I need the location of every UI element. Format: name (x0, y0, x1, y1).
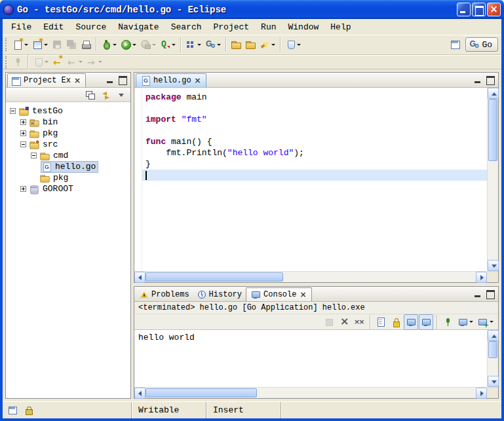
open-perspective-button[interactable] (448, 37, 463, 52)
pin-editor-button[interactable] (10, 56, 25, 68)
tab-hello-go[interactable]: hello.go × (136, 73, 206, 87)
fast-view-icon[interactable] (8, 405, 18, 416)
annotation-ruler[interactable] (134, 88, 142, 271)
remove-launch-button[interactable] (337, 314, 351, 330)
collapse-expander-icon[interactable] (20, 141, 26, 147)
menu-search[interactable]: Search (165, 21, 208, 33)
remove-all-launches-button[interactable] (352, 314, 366, 330)
view-maximize-button[interactable] (117, 75, 128, 85)
scroll-left-icon[interactable] (134, 388, 145, 399)
tree-item-src-pkg[interactable]: pkg (7, 172, 130, 183)
view-minimize-button[interactable] (104, 75, 116, 85)
tree-item-testgo[interactable]: testGo (7, 105, 130, 117)
collapse-expander-icon[interactable] (31, 153, 37, 158)
menu-edit[interactable]: Edit (37, 21, 69, 33)
close-icon[interactable]: × (299, 291, 307, 299)
scroll-right-icon[interactable] (476, 388, 487, 399)
tab-project-explorer[interactable]: Project Ex × (7, 73, 86, 87)
terminate-button[interactable] (322, 314, 336, 330)
scroll-up-icon[interactable] (488, 88, 499, 99)
tree-item-src[interactable]: src (7, 139, 130, 150)
toolbar-grip[interactable] (5, 38, 9, 51)
scroll-down-icon[interactable] (488, 376, 499, 387)
tab-problems[interactable]: Problems (136, 287, 193, 301)
collapse-expander-icon[interactable] (10, 108, 16, 114)
console-minimize-button[interactable] (472, 289, 484, 299)
menu-file[interactable]: File (5, 21, 37, 33)
new-go-file-button[interactable] (203, 37, 223, 52)
tree-item-hello-go[interactable]: hello.go (7, 161, 130, 172)
console-horizontal-scrollbar[interactable] (134, 388, 487, 398)
scroll-thumb[interactable] (488, 99, 497, 161)
scroll-thumb[interactable] (145, 388, 257, 397)
new-wizard-button[interactable] (10, 37, 30, 52)
print-button[interactable] (79, 37, 93, 52)
scroll-thumb[interactable] (145, 272, 283, 282)
title-bar[interactable]: Go - testGo/src/cmd/hello.go - Eclipse × (0, 0, 504, 19)
scroll-left-icon[interactable] (134, 272, 145, 283)
expand-expander-icon[interactable] (20, 130, 26, 136)
scroll-up-icon[interactable] (488, 330, 499, 341)
scroll-down-icon[interactable] (488, 260, 499, 271)
show-stderr-button[interactable] (419, 314, 433, 330)
close-icon[interactable]: × (73, 77, 81, 84)
open-project-button[interactable] (243, 37, 258, 52)
annotation-button[interactable] (283, 37, 303, 52)
window-minimize-button[interactable] (457, 3, 471, 16)
collapse-all-button[interactable] (83, 89, 98, 101)
console-vertical-scrollbar[interactable] (487, 330, 498, 387)
scroll-lock-button[interactable] (389, 314, 403, 330)
menu-run[interactable]: Run (255, 21, 282, 33)
save-all-button[interactable] (64, 37, 79, 52)
menu-navigate[interactable]: Navigate (112, 21, 165, 33)
tree-item-bin[interactable]: 01 bin (7, 117, 130, 128)
tree-item-pkg[interactable]: pkg (7, 128, 130, 139)
editor-horizontal-scrollbar[interactable] (134, 272, 487, 282)
console-output[interactable]: hello world (134, 330, 487, 387)
external-tools-button[interactable] (138, 37, 158, 52)
save-button[interactable] (50, 37, 64, 52)
search-button[interactable] (258, 37, 277, 52)
menu-project[interactable]: Project (207, 21, 255, 33)
new-view-button[interactable] (30, 37, 50, 52)
menu-window[interactable]: Window (282, 21, 325, 33)
view-menu-button[interactable] (115, 89, 129, 101)
save-icon (52, 39, 62, 50)
scroll-right-icon[interactable] (476, 272, 487, 283)
editor-maximize-button[interactable] (484, 75, 496, 85)
pin-console-button[interactable] (440, 314, 455, 330)
tab-console[interactable]: Console × (246, 287, 311, 301)
forward-button[interactable] (85, 56, 104, 68)
back-button[interactable] (65, 56, 85, 68)
profile-button[interactable] (158, 37, 178, 52)
menu-source[interactable]: Source (69, 21, 112, 33)
code-editor[interactable]: package main import "fmt" func main() { … (142, 88, 487, 271)
last-edit-location-button[interactable] (50, 56, 65, 68)
open-console-button[interactable] (476, 314, 495, 330)
debug-button[interactable] (99, 37, 119, 52)
lock-icon[interactable] (24, 405, 34, 416)
window-maximize-button[interactable] (472, 3, 486, 16)
close-icon[interactable]: × (194, 77, 202, 84)
console-maximize-button[interactable] (484, 289, 496, 299)
scroll-thumb[interactable] (488, 341, 497, 358)
show-stdout-button[interactable] (404, 314, 418, 330)
toolbar-grip[interactable] (5, 56, 9, 69)
open-resource-button[interactable] (229, 37, 243, 52)
go-perspective-button[interactable]: Go (465, 37, 498, 52)
link-with-editor-button[interactable] (99, 89, 113, 101)
menu-help[interactable]: Help (324, 21, 357, 33)
display-console-button[interactable] (456, 314, 475, 330)
tab-history[interactable]: History (193, 287, 246, 301)
expand-expander-icon[interactable] (20, 119, 26, 125)
expand-expander-icon[interactable] (20, 186, 26, 192)
clear-console-button[interactable] (374, 314, 388, 330)
editor-minimize-button[interactable] (472, 75, 484, 85)
tree-item-goroot[interactable]: GOROOT (7, 183, 130, 194)
next-annotation-button[interactable] (31, 56, 50, 68)
run-button[interactable] (119, 37, 138, 52)
editor-vertical-scrollbar[interactable] (487, 88, 498, 271)
new-go-package-button[interactable] (184, 37, 203, 52)
window-close-button[interactable]: × (487, 3, 501, 16)
tree-item-cmd[interactable]: cmd (7, 150, 130, 161)
